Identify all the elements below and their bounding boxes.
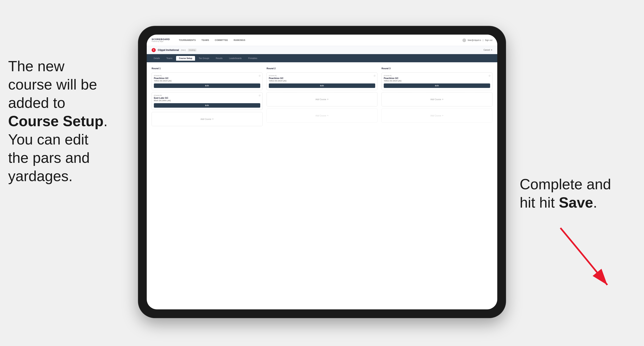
round-1-section: Round 1 ⊘ (Course A) Peachtree GC Yellow…: [152, 67, 262, 126]
tab-printables[interactable]: Printables: [245, 56, 260, 61]
nav-rankings[interactable]: RANKINGS: [234, 39, 245, 41]
round1-courseB-delete-icon[interactable]: ⊘: [258, 94, 261, 97]
cancel-button[interactable]: Cancel ✕: [484, 49, 492, 51]
round3-add-course-disabled-plus-icon: +: [442, 114, 444, 117]
round2-add-course-disabled: Add Course +: [266, 109, 378, 123]
tab-tee-groups[interactable]: Tee Groups: [196, 56, 212, 61]
round3-courseA-label: (Course A): [384, 75, 490, 77]
tab-course-setup[interactable]: Course Setup: [176, 56, 195, 61]
left-annotation: The new course will be added to Course S…: [8, 57, 114, 185]
tournament-name: Clippd Invitational: [158, 49, 179, 51]
round1-courseA-label: (Course A): [154, 75, 260, 77]
round2-courseA-tee: Yellow (M) (6629 yds): [269, 80, 375, 82]
clippd-logo: C: [152, 48, 156, 52]
round2-course-a-card: ⊘ (Course A) Peachtree GC Yellow (M) (66…: [266, 72, 378, 90]
annotation-right-bold: Save: [559, 194, 593, 211]
round1-courseA-delete-icon[interactable]: ⊘: [258, 74, 261, 77]
round2-courseA-name: Peachtree GC: [269, 77, 375, 79]
tab-bar: Details Teams Course Setup Tee Groups Re…: [147, 54, 497, 62]
round1-courseB-name: East Lake GC: [154, 97, 260, 99]
main-content: Round 1 ⊘ (Course A) Peachtree GC Yellow…: [147, 62, 497, 131]
scoreboard-logo: SCOREBOARD Powered by clippd: [152, 38, 170, 42]
sub-header-left: C Clippd Invitational (Men) Hosting: [152, 48, 196, 52]
round1-add-course-plus-icon: +: [212, 118, 214, 121]
annotation-line6: the pars and: [8, 150, 90, 166]
round1-courseA-tee: Yellow (M) (6629 yds): [154, 80, 260, 82]
round3-add-course-disabled-label: Add Course: [430, 115, 441, 117]
annotation-line2: course will be: [8, 76, 97, 93]
round2-add-course-disabled-label: Add Course: [316, 115, 326, 117]
logo-title: SCOREBOARD: [152, 38, 170, 40]
top-nav: SCOREBOARD Powered by clippd TOURNAMENTS…: [147, 35, 497, 46]
round1-course-a-card: ⊘ (Course A) Peachtree GC Yellow (M) (66…: [152, 72, 262, 90]
tab-teams[interactable]: Teams: [164, 56, 175, 61]
round1-courseB-edit-button[interactable]: Edit: [154, 103, 260, 108]
round2-add-course-button[interactable]: Add Course +: [266, 92, 378, 106]
tab-leaderboards[interactable]: Leaderboards: [226, 56, 244, 61]
gender-badge: (Men): [181, 49, 186, 51]
tab-details[interactable]: Details: [151, 56, 163, 61]
round1-add-course-button[interactable]: Add Course +: [152, 112, 262, 126]
round3-courseA-delete-icon[interactable]: ⊘: [488, 74, 490, 77]
annotation-line5: You can edit: [8, 131, 88, 148]
round2-courseA-label: (Course A): [269, 75, 375, 77]
hosting-badge: Hosting: [188, 49, 197, 51]
right-arrow: [544, 224, 618, 293]
tab-results[interactable]: Results: [213, 56, 226, 61]
annotation-line1: The new: [8, 58, 64, 74]
user-email: blair@clippd.io: [468, 39, 481, 41]
right-annotation: Complete and hit hit Save.: [520, 175, 618, 212]
round2-courseA-edit-button[interactable]: Edit: [269, 83, 375, 88]
annotation-line3: added to: [8, 95, 65, 111]
round1-courseB-label: (Course B): [154, 94, 260, 96]
round3-courseA-tee: Yellow (M) (6629 yds): [384, 80, 490, 82]
round1-courseA-edit-button[interactable]: Edit: [154, 83, 260, 88]
annotation-right-line1: Complete and: [520, 176, 611, 192]
round2-add-course-disabled-plus-icon: +: [327, 114, 328, 117]
round1-add-course-label: Add Course: [200, 118, 211, 120]
annotation-line7: yardages.: [8, 168, 72, 184]
nav-separator: |: [483, 39, 484, 41]
round3-courseA-edit-button[interactable]: Edit: [384, 83, 490, 88]
round3-add-course-plus-icon: +: [442, 98, 444, 101]
round2-add-course-label: Add Course: [316, 98, 326, 101]
round3-add-course-disabled: Add Course +: [382, 109, 492, 123]
annotation-bold1: Course Setup: [8, 113, 104, 129]
round-2-section: Round 2 ⊘ (Course A) Peachtree GC Yellow…: [266, 67, 378, 126]
round3-add-course-label: Add Course: [430, 98, 441, 101]
avatar: [462, 38, 466, 42]
nav-tournaments[interactable]: TOURNAMENTS: [179, 39, 196, 41]
sub-header: C Clippd Invitational (Men) Hosting Canc…: [147, 46, 497, 54]
round1-course-b-card: ⊘ (Course B) East Lake GC Black (M) (689…: [152, 92, 262, 110]
logo-subtitle: Powered by clippd: [152, 41, 170, 42]
round-3-section: Round 3 ⊘ (Course A) Peachtree GC Yellow…: [382, 67, 492, 126]
nav-links: TOURNAMENTS TEAMS COMMITTEE RANKINGS: [179, 39, 456, 41]
annotation-right-line2: hit: [520, 194, 539, 211]
nav-committee[interactable]: COMMITTEE: [215, 39, 228, 41]
round2-add-course-plus-icon: +: [327, 98, 328, 101]
round3-add-course-button[interactable]: Add Course +: [382, 92, 492, 106]
sign-out-link[interactable]: Sign out: [485, 39, 492, 41]
rounds-grid: Round 1 ⊘ (Course A) Peachtree GC Yellow…: [152, 67, 492, 126]
round-3-title: Round 3: [382, 67, 492, 70]
tablet-frame: SCOREBOARD Powered by clippd TOURNAMENTS…: [138, 26, 506, 318]
round1-courseB-tee: Black (M) (6891 yds): [154, 100, 260, 102]
nav-teams[interactable]: TEAMS: [202, 39, 209, 41]
round2-courseA-delete-icon[interactable]: ⊘: [374, 74, 376, 77]
round-1-title: Round 1: [152, 67, 262, 70]
round-2-title: Round 2: [266, 67, 378, 70]
tablet-screen: SCOREBOARD Powered by clippd TOURNAMENTS…: [147, 35, 497, 309]
nav-right: blair@clippd.io | Sign out: [462, 38, 492, 42]
round3-course-a-card: ⊘ (Course A) Peachtree GC Yellow (M) (66…: [382, 72, 492, 90]
round1-courseA-name: Peachtree GC: [154, 77, 260, 79]
round3-courseA-name: Peachtree GC: [384, 77, 490, 79]
